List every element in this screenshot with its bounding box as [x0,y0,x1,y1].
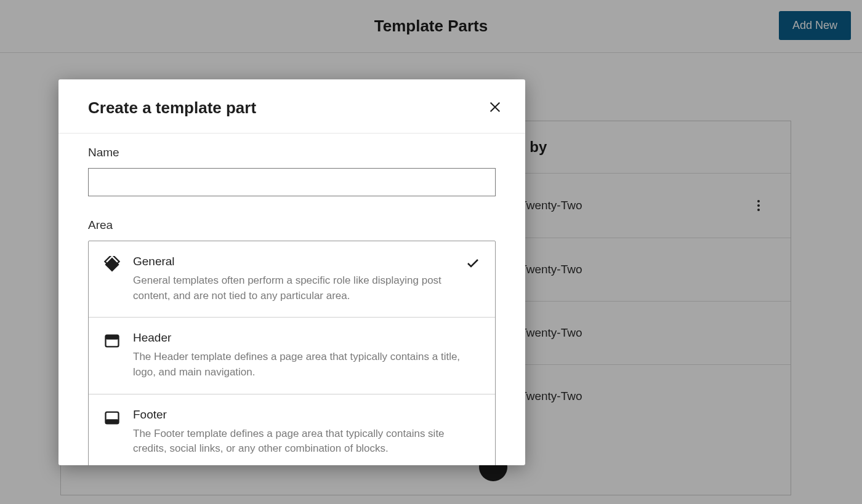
area-option-text: General General templates often perform … [133,255,453,303]
area-option-desc: The Header template defines a page area … [133,350,480,380]
modal-header: Create a template part [58,79,525,134]
area-option-desc: General templates often perform a specif… [133,273,453,303]
modal-body: Name Area General General templates ofte… [58,134,525,465]
area-option-text: Header The Header template defines a pag… [133,331,480,380]
area-option-name: Header [133,331,480,345]
create-template-part-modal: Create a template part Name Area General… [58,79,525,465]
footer-icon [103,409,121,426]
area-option-footer[interactable]: Footer The Footer template defines a pag… [89,394,495,465]
area-option-desc: The Footer template defines a page area … [133,426,480,457]
area-option-header[interactable]: Header The Header template defines a pag… [89,317,495,393]
header-icon [103,332,121,350]
close-button[interactable] [485,97,506,119]
area-label: Area [88,218,496,232]
svg-rect-5 [106,419,119,423]
area-option-name: Footer [133,408,480,422]
modal-title: Create a template part [88,98,256,118]
close-icon [488,100,502,114]
area-option-text: Footer The Footer template defines a pag… [133,408,480,457]
area-list: General General templates often perform … [88,241,496,465]
svg-rect-3 [106,335,119,340]
layout-icon [103,256,121,273]
area-option-name: General [133,255,453,268]
area-option-general[interactable]: General General templates often perform … [89,241,495,317]
name-input[interactable] [88,168,496,196]
name-label: Name [88,146,496,159]
check-icon [465,256,480,271]
